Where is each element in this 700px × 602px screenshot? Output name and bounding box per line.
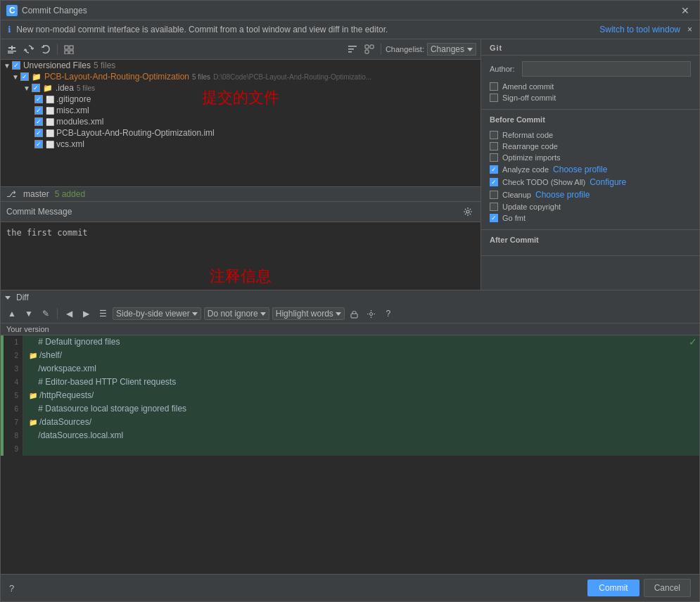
diff-prev-button[interactable]: ◀ xyxy=(62,307,76,321)
cleanup-profile-link[interactable]: Choose profile xyxy=(535,190,590,200)
idea-checkbox[interactable]: ✓ xyxy=(32,84,40,92)
cancel-button[interactable]: Cancel xyxy=(644,579,691,597)
line-content-2: 📁/shelf/ xyxy=(23,349,699,362)
tree-file-vcs[interactable]: ✓ ⬜ vcs.xml xyxy=(1,139,481,150)
vcs-checkbox[interactable]: ✓ xyxy=(34,140,43,148)
rearrange-checkbox[interactable] xyxy=(490,142,498,150)
diff-move-down-button[interactable]: ▼ xyxy=(22,307,36,321)
folder-icon-7: 📁 xyxy=(29,418,37,426)
configure-link[interactable]: Configure xyxy=(590,177,626,187)
highlight-words-button[interactable]: Highlight words xyxy=(272,307,345,320)
info-bar-message: ℹ New non-modal commit interface is avai… xyxy=(8,25,599,34)
ignore-dropdown-icon xyxy=(260,312,266,316)
tree-file-modules[interactable]: ✓ ⬜ modules.xml xyxy=(1,116,481,127)
idea-count: 5 files xyxy=(77,84,95,92)
gitignore-checkbox[interactable]: ✓ xyxy=(34,95,43,103)
group-button[interactable] xyxy=(362,42,376,56)
svg-rect-15 xyxy=(351,314,357,318)
vcs-label: vcs.xml xyxy=(56,139,84,149)
rearrange-label: Rearrange code xyxy=(502,142,558,150)
tree-file-iml[interactable]: ✓ ⬜ PCB-Layout-And-Routing-Optimization.… xyxy=(1,127,481,139)
iml-checkbox[interactable]: ✓ xyxy=(34,129,43,137)
diff-section-header[interactable]: Diff xyxy=(1,290,699,305)
xml-file-icon-4: ⬜ xyxy=(46,141,54,148)
commit-message-header: Commit Message xyxy=(1,201,481,222)
switch-to-tool-window-link[interactable]: Switch to tool window xyxy=(599,25,680,34)
sort-button[interactable] xyxy=(345,42,359,56)
diff-line-7: 7 📁/dataSources/ xyxy=(1,416,699,429)
changelist-arrow-icon xyxy=(467,48,473,51)
pcb-folder-name: PCB-Layout-And-Routing-Optimization xyxy=(44,72,189,82)
highlight-dropdown-icon xyxy=(336,312,341,316)
update-copyright-checkbox[interactable] xyxy=(490,203,498,211)
info-bar-close-button[interactable]: × xyxy=(687,25,692,34)
signoff-checkbox[interactable] xyxy=(490,94,498,102)
analyze-checkbox[interactable]: ✓ xyxy=(490,165,498,174)
line-num-1: 1 xyxy=(4,335,23,349)
line-content-9 xyxy=(23,442,699,456)
git-panel: Git Author: Amend commit Sign-off commit xyxy=(481,39,699,290)
tree-folder-idea[interactable]: ▼ ✓ 📁 .idea 5 files xyxy=(1,82,481,94)
amend-commit-row: Amend commit xyxy=(490,81,691,92)
file-tree: ▼ ✓ Unversioned Files 5 files ▼ ✓ 📁 PCB-… xyxy=(1,60,481,186)
svg-rect-2 xyxy=(8,51,16,52)
analyze-profile-link[interactable]: Choose profile xyxy=(553,165,607,174)
commit-msg-settings-button[interactable] xyxy=(461,205,475,219)
tree-folder-pcb[interactable]: ▼ ✓ 📁 PCB-Layout-And-Routing-Optimizatio… xyxy=(1,71,481,82)
optimize-checkbox[interactable] xyxy=(490,153,498,162)
diff-move-up-button[interactable]: ▲ xyxy=(5,307,19,321)
update-copyright-row: Update copyright xyxy=(490,201,691,212)
check-todo-checkbox[interactable]: ✓ xyxy=(490,178,498,186)
before-commit-title: Before Commit xyxy=(490,115,691,124)
lock-button[interactable] xyxy=(348,307,362,321)
main-content: Changelist: Changes ▼ ✓ Unversioned File… xyxy=(1,39,699,290)
cleanup-row: Cleanup Choose profile xyxy=(490,188,691,201)
changelist-dropdown[interactable]: Changes xyxy=(427,43,476,56)
author-input[interactable] xyxy=(522,61,691,77)
cleanup-checkbox[interactable] xyxy=(490,191,498,199)
after-commit-section: After Commit xyxy=(481,230,699,256)
add-button[interactable] xyxy=(5,42,19,56)
diff-line-9: 9 xyxy=(1,442,699,456)
cleanup-label: Cleanup xyxy=(502,191,531,199)
tree-file-misc[interactable]: ✓ ⬜ misc.xml xyxy=(1,105,481,116)
diff-edit-button[interactable]: ✎ xyxy=(39,307,53,321)
tree-group-unversioned[interactable]: ▼ ✓ Unversioned Files 5 files xyxy=(1,60,481,71)
svg-rect-6 xyxy=(65,51,68,54)
misc-checkbox[interactable]: ✓ xyxy=(34,106,43,115)
diff-line-5: 5 📁/httpRequests/ xyxy=(1,389,699,402)
pcb-path: D:\08Code\PCB-Layout-And-Routing-Optimiz… xyxy=(213,73,371,81)
unversioned-checkbox[interactable]: ✓ xyxy=(12,61,20,70)
help-button[interactable]: ? xyxy=(9,583,14,594)
commit-message-input[interactable]: the first commit xyxy=(1,222,481,290)
svg-rect-8 xyxy=(348,46,357,47)
rollback-button[interactable] xyxy=(39,42,53,56)
author-label: Author: xyxy=(490,65,518,73)
diff-next-button[interactable]: ▶ xyxy=(79,307,93,321)
line-num-4: 4 xyxy=(4,376,23,389)
ignore-whitespace-button[interactable]: Do not ignore xyxy=(204,307,269,320)
refresh-button[interactable] xyxy=(22,42,36,56)
pcb-checkbox[interactable]: ✓ xyxy=(20,72,29,81)
svg-rect-9 xyxy=(348,49,354,50)
go-fmt-label: Go fmt xyxy=(502,214,526,222)
line-num-5: 5 xyxy=(4,389,23,402)
diff-expand-icon xyxy=(5,296,11,300)
close-button[interactable]: ✕ xyxy=(677,4,694,18)
go-fmt-checkbox[interactable]: ✓ xyxy=(490,214,498,222)
tree-file-gitignore[interactable]: ✓ ⬜ .gitignore xyxy=(1,94,481,105)
changelist-value: Changes xyxy=(431,44,464,54)
help-diff-button[interactable]: ? xyxy=(381,307,395,321)
modules-checkbox[interactable]: ✓ xyxy=(34,117,43,126)
amend-checkbox[interactable] xyxy=(490,82,498,91)
svg-text:C: C xyxy=(9,6,15,15)
diff-title: Diff xyxy=(16,293,29,302)
expand-all-button[interactable] xyxy=(62,42,76,56)
settings-button[interactable] xyxy=(364,307,378,321)
commit-button[interactable]: Commit xyxy=(587,579,639,596)
side-by-side-viewer-button[interactable]: Side-by-side viewer xyxy=(113,307,201,320)
svg-point-14 xyxy=(466,210,469,213)
diff-menu-button[interactable]: ☰ xyxy=(96,307,110,321)
analyze-label: Analyze code xyxy=(502,165,549,174)
reformat-checkbox[interactable] xyxy=(490,131,498,139)
